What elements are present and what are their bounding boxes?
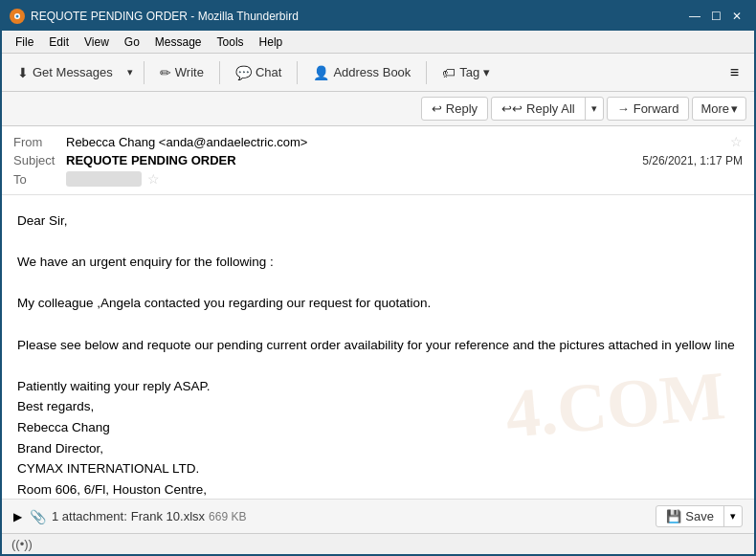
get-messages-label: Get Messages — [33, 65, 113, 79]
menu-bar: File Edit View Go Message Tools Help — [2, 31, 754, 54]
attachment-size: 669 KB — [209, 510, 246, 523]
get-messages-dropdown[interactable]: ▾ — [124, 62, 136, 82]
status-icon: ((•)) — [11, 537, 33, 551]
minimize-button[interactable]: — — [685, 8, 704, 25]
svg-point-2 — [16, 15, 19, 18]
toolbar-separator-3 — [297, 61, 298, 84]
menu-message[interactable]: Message — [147, 33, 210, 51]
from-star-icon[interactable]: ☆ — [730, 134, 743, 149]
to-star-icon[interactable]: ☆ — [147, 171, 160, 187]
get-messages-icon: ⬇ — [17, 65, 29, 80]
from-row: From Rebecca Chang <anda@andaelectric.co… — [13, 132, 743, 151]
window-title: REQUOTE PENDING ORDER - Mozilla Thunderb… — [31, 10, 685, 23]
body-line2: We have an urgent enquiry for the follow… — [17, 252, 739, 273]
body-line1: Dear Sir, — [17, 211, 739, 232]
email-header: From Rebecca Chang <anda@andaelectric.co… — [2, 126, 754, 195]
to-value — [66, 171, 142, 187]
more-button[interactable]: More ▾ — [692, 97, 746, 121]
forward-label: Forward — [634, 101, 679, 116]
window-controls: — ☐ ✕ — [685, 8, 746, 25]
tag-button[interactable]: 🏷 Tag ▾ — [434, 61, 498, 84]
body-line4: Please see below and requote our pending… — [17, 335, 739, 356]
more-dropdown-icon: ▾ — [731, 101, 738, 116]
menu-file[interactable]: File — [8, 33, 41, 51]
subject-label: Subject — [13, 153, 66, 167]
get-messages-button[interactable]: ⬇ Get Messages — [10, 61, 121, 84]
chat-button[interactable]: 💬 Chat — [228, 61, 289, 84]
menu-edit[interactable]: Edit — [41, 33, 77, 51]
address-book-label: Address Book — [333, 65, 411, 79]
tag-icon: 🏷 — [442, 65, 456, 80]
more-label: More — [700, 101, 729, 116]
hamburger-menu-button[interactable]: ≡ — [723, 60, 746, 85]
from-label: From — [13, 135, 66, 149]
address-book-button[interactable]: 👤 Address Book — [305, 61, 418, 84]
attachment-count: 1 attachment: — [52, 509, 127, 523]
to-label: To — [13, 172, 66, 187]
toolbar-separator-1 — [144, 61, 145, 84]
chat-label: Chat — [256, 65, 281, 79]
body-line9: CYMAX INTERNATIONAL LTD. — [17, 458, 739, 479]
write-label: Write — [175, 65, 204, 79]
attachment-clip-icon: 📎 — [30, 509, 46, 524]
attachment-filename[interactable]: Frank 10.xlsx — [131, 509, 205, 523]
body-line6: Best regards, — [17, 396, 739, 417]
write-icon: ✏ — [160, 65, 171, 80]
tag-label: Tag — [459, 65, 479, 79]
app-icon — [10, 9, 25, 24]
reply-all-split-button: ↩↩ Reply All ▾ — [491, 97, 604, 121]
reply-icon: ↩ — [432, 101, 442, 116]
main-toolbar: ⬇ Get Messages ▾ ✏ Write 💬 Chat 👤 Addres… — [2, 54, 754, 92]
menu-tools[interactable]: Tools — [210, 33, 252, 51]
toolbar-separator-2 — [219, 61, 220, 84]
to-row: To ☆ — [13, 169, 743, 189]
reply-button[interactable]: ↩ Reply — [421, 97, 488, 121]
chat-icon: 💬 — [235, 65, 252, 80]
forward-icon: → — [617, 101, 630, 116]
status-bar: ((•)) — [2, 533, 754, 554]
menu-help[interactable]: Help — [252, 33, 291, 51]
write-button[interactable]: ✏ Write — [152, 61, 211, 84]
subject-value: REQUOTE PENDING ORDER — [66, 153, 642, 167]
close-button[interactable]: ✕ — [727, 8, 746, 25]
body-line3: My colleague ,Angela contacted you regar… — [17, 293, 739, 314]
reply-all-button[interactable]: ↩↩ Reply All — [492, 98, 586, 120]
save-button[interactable]: 💾 Save — [656, 506, 724, 526]
menu-view[interactable]: View — [77, 33, 117, 51]
forward-button[interactable]: → Forward — [607, 97, 690, 121]
save-dropdown-button[interactable]: ▾ — [724, 507, 742, 525]
from-value: Rebecca Chang <anda@andaelectric.com> — [66, 135, 724, 149]
attachment-expand-icon[interactable]: ▶ — [13, 510, 22, 523]
date-value: 5/26/2021, 1:17 PM — [642, 154, 743, 167]
body-line7: Rebecca Chang — [17, 417, 739, 438]
address-book-icon: 👤 — [313, 65, 329, 80]
tag-dropdown-icon: ▾ — [483, 65, 490, 79]
save-split-button: 💾 Save ▾ — [656, 505, 743, 527]
thunderbird-window: REQUOTE PENDING ORDER - Mozilla Thunderb… — [0, 0, 756, 556]
action-bar: ↩ Reply ↩↩ Reply All ▾ → Forward More ▾ — [2, 92, 754, 126]
email-body: Dear Sir, We have an urgent enquiry for … — [2, 195, 754, 499]
toolbar-separator-4 — [426, 61, 427, 84]
maximize-button[interactable]: ☐ — [706, 8, 725, 25]
menu-go[interactable]: Go — [117, 33, 147, 51]
attachment-bar: ▶ 📎 1 attachment: Frank 10.xlsx 669 KB 💾… — [2, 499, 754, 533]
body-line8: Brand Director, — [17, 438, 739, 459]
reply-all-dropdown[interactable]: ▾ — [586, 99, 603, 119]
title-bar: REQUOTE PENDING ORDER - Mozilla Thunderb… — [2, 2, 754, 31]
save-label: Save — [685, 509, 714, 523]
save-icon: 💾 — [666, 509, 681, 523]
reply-all-label: Reply All — [526, 101, 575, 116]
body-line10: Room 606, 6/Fl, Houston Centre, — [17, 479, 739, 499]
body-line5: Patiently waiting your reply ASAP. — [17, 376, 739, 397]
reply-label: Reply — [446, 101, 478, 116]
reply-all-icon: ↩↩ — [501, 101, 523, 116]
subject-row: Subject REQUOTE PENDING ORDER 5/26/2021,… — [13, 151, 743, 169]
